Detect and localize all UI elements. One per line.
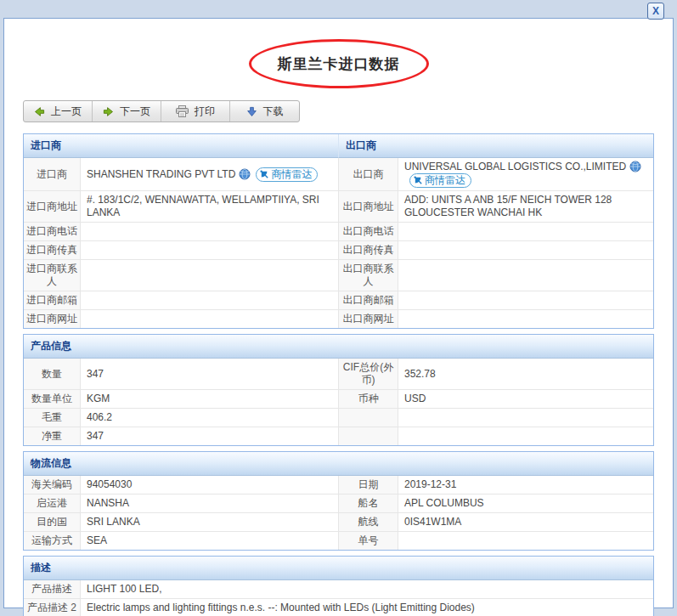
satellite-dish-icon <box>414 176 423 185</box>
print-label: 打印 <box>195 105 215 119</box>
field-label: 数量 <box>24 359 80 389</box>
globe-icon[interactable] <box>629 161 641 172</box>
product-section: 产品信息 数量 347 CIF总价(外币) 352.78 数量单位 KGM 币种… <box>23 334 654 446</box>
importer-section-header: 进口商 <box>24 134 338 158</box>
table-row: 进口商电话 出口商电话 <box>24 222 653 240</box>
field-value <box>398 531 653 550</box>
field-label: 净重 <box>24 427 80 445</box>
field-value: SRI LANKA <box>80 512 338 531</box>
next-page-label: 下一页 <box>120 105 150 119</box>
field-value <box>398 259 653 291</box>
field-label: 进口商邮箱 <box>24 291 80 309</box>
table-row: 运输方式 SEA 单号 <box>24 531 653 550</box>
field-label: 进口商地址 <box>24 190 80 222</box>
logistics-table: 物流信息 海关编码 94054030 日期 2019-12-31 启运港 NAN… <box>24 452 653 550</box>
field-value: 406.2 <box>80 408 338 427</box>
radar-badge[interactable]: 商情雷达 <box>409 173 471 188</box>
company-section: 进口商 出口商 进口商 SHANSHEN TRADING PVT LTD商情雷达… <box>23 133 654 329</box>
field-value <box>398 222 653 240</box>
arrow-right-icon <box>103 106 114 117</box>
field-label: 船名 <box>338 494 398 512</box>
field-value: USD <box>398 389 653 408</box>
field-value <box>80 222 338 240</box>
exporter-section-header: 出口商 <box>338 134 653 158</box>
table-row: 进口商网址 出口商网址 <box>24 309 653 328</box>
field-label: 进口商联系人 <box>24 259 80 291</box>
field-value: NANSHA <box>80 494 338 512</box>
field-label: 出口商邮箱 <box>338 291 398 309</box>
field-label: 海关编码 <box>24 476 80 494</box>
field-value: #. 183/1C/2, WENNAWATTA, WELLAMPTIIYA, S… <box>80 190 338 222</box>
field-label: 币种 <box>338 389 398 408</box>
product-section-header: 产品信息 <box>24 335 653 359</box>
next-page-button[interactable]: 下一页 <box>93 101 161 122</box>
logistics-section: 物流信息 海关编码 94054030 日期 2019-12-31 启运港 NAN… <box>23 451 654 551</box>
field-value <box>80 309 338 328</box>
section-header-row: 物流信息 <box>24 452 653 476</box>
prev-page-label: 上一页 <box>51 105 82 119</box>
description-section: 描述 产品描述 LIGHT 100 LED, 产品描述 2 Electric l… <box>23 556 654 616</box>
field-label: 出口商传真 <box>338 240 398 259</box>
field-label: 进口商电话 <box>24 222 80 240</box>
arrow-down-icon <box>246 106 257 117</box>
field-label: 出口商电话 <box>338 222 398 240</box>
dialog-panel: 斯里兰卡进口数据 上一页 下一页 打印 <box>3 18 674 608</box>
field-value: 352.78 <box>398 359 653 389</box>
field-label: 出口商地址 <box>338 190 398 222</box>
field-label: 启运港 <box>24 494 80 512</box>
table-row: 数量 347 CIF总价(外币) 352.78 <box>24 359 653 389</box>
table-row: 目的国 SRI LANKA 航线 0IS41W1MA <box>24 512 653 531</box>
field-label: 进口商传真 <box>24 240 80 259</box>
arrow-left-icon <box>34 106 45 117</box>
field-value: ADD: UNITS A ANB 15/F NEICH TOWER 128 GL… <box>398 190 653 222</box>
print-button[interactable]: 打印 <box>161 101 230 122</box>
download-button[interactable]: 下载 <box>230 101 299 122</box>
field-value <box>80 291 338 309</box>
field-value: UNIVERSAL GLOBAL LOGISTICS CO.,LIMITED商情… <box>398 158 653 190</box>
table-row: 进口商地址 #. 183/1C/2, WENNAWATTA, WELLAMPTI… <box>24 190 653 222</box>
field-label: 目的国 <box>24 512 80 531</box>
section-header-row: 产品信息 <box>24 335 653 359</box>
field-label: 单号 <box>338 531 398 550</box>
toolbar: 上一页 下一页 打印 下载 <box>23 100 300 122</box>
table-row: 启运港 NANSHA 船名 APL COLUMBUS <box>24 494 653 512</box>
radar-badge-label: 商情雷达 <box>425 174 465 187</box>
download-label: 下载 <box>263 105 284 119</box>
section-header-row: 描述 <box>24 557 653 580</box>
field-label: CIF总价(外币) <box>338 359 398 389</box>
field-label: 进口商网址 <box>24 309 80 328</box>
table-row: 产品描述 2 Electric lamps and lighting fitti… <box>24 598 653 616</box>
field-value: KGM <box>80 389 338 408</box>
field-value <box>398 240 653 259</box>
prev-page-button[interactable]: 上一页 <box>24 101 93 122</box>
close-button[interactable]: X <box>647 3 664 20</box>
field-label: 进口商 <box>24 158 80 190</box>
exporter-name: UNIVERSAL GLOBAL LOGISTICS CO.,LIMITED <box>404 161 626 172</box>
title-area: 斯里兰卡进口数据 <box>4 39 673 88</box>
importer-name: SHANSHEN TRADING PVT LTD <box>87 168 235 180</box>
table-row: 数量单位 KGM 币种 USD <box>24 389 653 408</box>
field-label: 产品描述 <box>24 580 80 598</box>
field-label: 毛重 <box>24 408 80 427</box>
field-value <box>398 427 653 445</box>
field-label <box>338 427 398 445</box>
field-value <box>398 309 653 328</box>
field-value: SHANSHEN TRADING PVT LTD商情雷达 <box>80 158 338 190</box>
field-label: 产品描述 2 <box>24 598 80 616</box>
description-section-header: 描述 <box>24 557 653 580</box>
field-label: 日期 <box>338 476 398 494</box>
table-row: 毛重 406.2 <box>24 408 653 427</box>
table-row: 净重 347 <box>24 427 653 445</box>
field-value: APL COLUMBUS <box>398 494 653 512</box>
field-label <box>338 408 398 427</box>
field-value: 94054030 <box>80 476 338 494</box>
table-row: 进口商 SHANSHEN TRADING PVT LTD商情雷达 出口商 UNI… <box>24 158 653 190</box>
table-row: 海关编码 94054030 日期 2019-12-31 <box>24 476 653 494</box>
field-label: 航线 <box>338 512 398 531</box>
product-table: 产品信息 数量 347 CIF总价(外币) 352.78 数量单位 KGM 币种… <box>24 335 653 445</box>
field-value: 347 <box>80 427 338 445</box>
field-value: LIGHT 100 LED, <box>80 580 653 598</box>
globe-icon[interactable] <box>239 168 251 180</box>
radar-badge[interactable]: 商情雷达 <box>256 167 318 182</box>
satellite-dish-icon <box>260 170 269 179</box>
